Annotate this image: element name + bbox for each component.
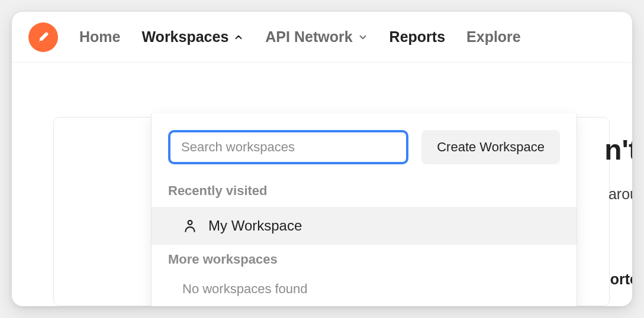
nav-home-label: Home <box>79 28 120 46</box>
top-navbar: Home Workspaces API Network Reports Expl… <box>12 12 632 63</box>
postman-logo[interactable] <box>28 22 58 52</box>
workspace-name-label: My Workspace <box>208 218 302 234</box>
recently-visited-title: Recently visited <box>152 176 577 207</box>
background-heading-fragment: n't <box>604 134 632 166</box>
person-icon <box>182 218 198 233</box>
nav-explore[interactable]: Explore <box>466 28 521 46</box>
nav-reports[interactable]: Reports <box>389 28 445 46</box>
workspace-item-my-workspace[interactable]: My Workspace <box>152 207 577 245</box>
background-shortcut-fragment: ortc <box>610 271 632 288</box>
nav-api-network[interactable]: API Network <box>265 28 368 46</box>
svg-point-1 <box>188 220 192 225</box>
chevron-down-icon <box>358 32 368 43</box>
nav-workspaces-label: Workspaces <box>141 28 228 46</box>
nav-api-network-label: API Network <box>265 28 352 46</box>
chevron-up-icon <box>233 32 244 43</box>
search-workspaces-input[interactable] <box>168 130 408 164</box>
create-workspace-button[interactable]: Create Workspace <box>421 130 560 164</box>
nav-explore-label: Explore <box>466 28 521 46</box>
more-workspaces-title: More workspaces <box>152 245 577 275</box>
no-workspaces-message: No workspaces found <box>152 275 577 306</box>
content-area: n't arou ortc Create Workspace Recently … <box>12 63 632 306</box>
app-window: Home Workspaces API Network Reports Expl… <box>12 12 632 306</box>
nav-home[interactable]: Home <box>79 28 120 46</box>
workspaces-dropdown: Create Workspace Recently visited My Wor… <box>151 113 577 306</box>
postman-icon <box>34 28 53 47</box>
dropdown-header: Create Workspace <box>152 113 577 176</box>
background-subtext-fragment: arou <box>608 186 632 203</box>
nav-reports-label: Reports <box>389 28 445 46</box>
nav-workspaces[interactable]: Workspaces <box>141 28 244 46</box>
